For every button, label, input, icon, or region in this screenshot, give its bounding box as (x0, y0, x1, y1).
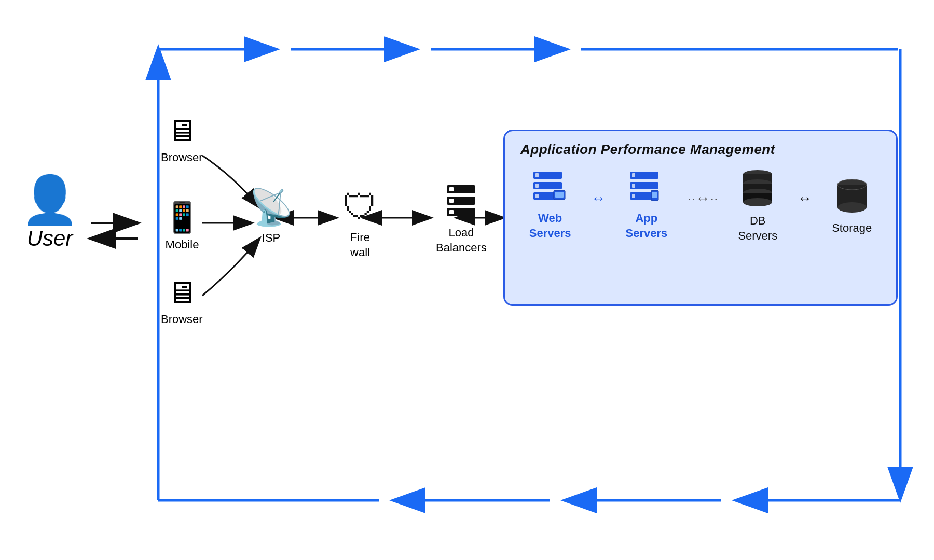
mobile-icon: 📱 (163, 200, 201, 235)
user-label: User (27, 226, 73, 251)
mobile-label: Mobile (166, 238, 199, 251)
web-servers-node: WebServers (529, 171, 571, 241)
firewall-icon: 🛡 (342, 187, 378, 227)
db-servers-node: DBServers (738, 168, 777, 243)
mobile-node: 📱 Mobile (163, 200, 201, 251)
apm-box: Application Performance Management WebSe… (503, 130, 898, 306)
isp-icon: 📡 (249, 187, 293, 228)
svg-rect-20 (449, 187, 454, 191)
db-storage-arrow: ↔ (798, 190, 812, 207)
svg-rect-36 (632, 184, 635, 188)
storage-icon (834, 175, 870, 217)
web-servers-label: WebServers (529, 211, 571, 241)
isp-node: 📡 ISP (249, 187, 293, 245)
db-servers-icon (739, 168, 776, 209)
app-db-arrow: ··↔·· (688, 190, 718, 207)
svg-point-50 (837, 202, 867, 213)
user-icon: 👤 (21, 176, 79, 223)
app-servers-label: AppServers (626, 211, 668, 241)
browser-top-node: 🖥 Browser (161, 113, 203, 164)
svg-rect-26 (535, 173, 539, 177)
db-servers-label: DBServers (738, 214, 777, 243)
browser-top-label: Browser (161, 151, 203, 164)
web-servers-icon (532, 171, 568, 207)
web-app-arrow: ↔ (591, 190, 606, 207)
browser-top-icon: 🖥 (167, 113, 197, 148)
diagram-container: 👤 User 🖥 Browser 📱 Mobile 🖥 Browser 📡 IS… (0, 0, 934, 560)
browser-bottom-icon: 🖥 (167, 275, 197, 310)
app-servers-node: AppServers (626, 171, 668, 241)
apm-nodes-container: WebServers ↔ AppServers (520, 168, 881, 243)
storage-label: Storage (832, 221, 872, 236)
browser-bottom-label: Browser (161, 313, 203, 326)
load-balancer-label: LoadBalancers (436, 226, 487, 255)
svg-rect-40 (652, 192, 657, 198)
svg-rect-38 (632, 194, 635, 198)
load-balancer-node: LoadBalancers (436, 184, 487, 255)
app-servers-icon (628, 171, 665, 207)
svg-rect-34 (632, 173, 635, 177)
load-balancer-icon (444, 184, 478, 220)
firewall-node: 🛡 Firewall (342, 187, 378, 260)
svg-rect-30 (535, 194, 539, 198)
svg-rect-28 (535, 184, 539, 188)
svg-rect-32 (555, 192, 564, 198)
storage-node: Storage (832, 175, 872, 236)
isp-label: ISP (262, 231, 280, 245)
browser-bottom-node: 🖥 Browser (161, 275, 203, 326)
firewall-label: Firewall (350, 230, 370, 260)
svg-point-47 (743, 198, 772, 206)
svg-rect-22 (449, 199, 454, 203)
svg-rect-24 (449, 210, 454, 214)
user-node: 👤 User (21, 176, 79, 251)
apm-title: Application Performance Management (520, 142, 881, 158)
